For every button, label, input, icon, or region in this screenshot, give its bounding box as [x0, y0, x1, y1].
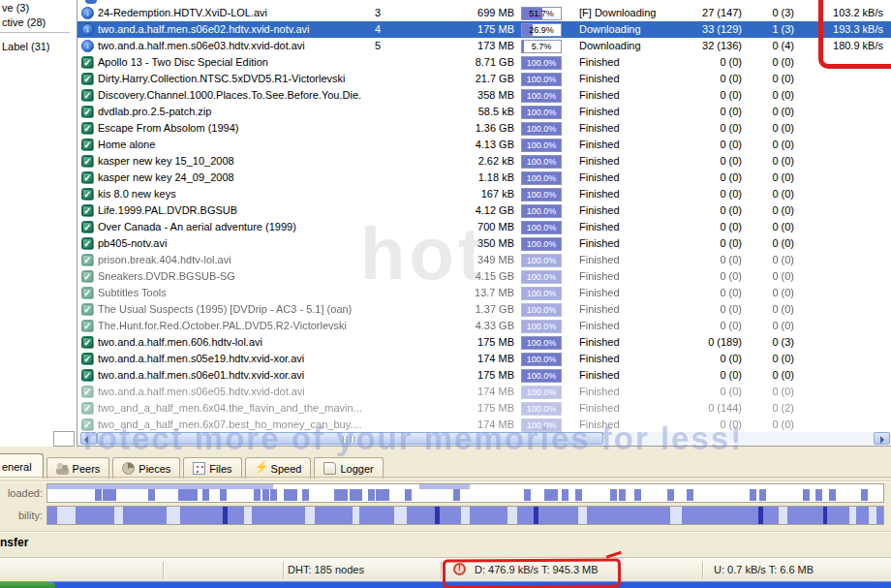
torrent-down-speed: 103.2 kB/s — [802, 5, 883, 21]
torrent-order — [353, 268, 381, 285]
statusbar-separator — [702, 562, 704, 578]
torrent-state-icon — [81, 353, 94, 365]
availability-label: bility: — [0, 510, 43, 521]
torrent-peers: 0 (0) — [752, 219, 794, 235]
torrent-row[interactable]: kasper new key 15_10_2008 2.62 kB 100.0%… — [77, 153, 891, 170]
torrent-row[interactable]: two.and.a.half.men.606.hdtv-lol.avi 175 … — [77, 334, 891, 351]
torrent-row[interactable]: Over Canada - An aerial adventure (1999)… — [77, 219, 891, 235]
scroll-left-button[interactable] — [80, 432, 97, 445]
torrent-row[interactable]: The Usual Suspects (1995) [DVDrip - AC3 … — [77, 301, 891, 318]
torrent-seeds: 0 (0) — [668, 120, 742, 137]
torrent-seeds: 0 (0) — [668, 153, 742, 170]
torrent-row[interactable]: two_and_a_half_men.6x07.best_ho_money_ca… — [77, 417, 891, 433]
progress-percent: 100.0% — [522, 387, 561, 398]
torrent-name: two.and.a.half.men.s06e01.hdtv.xvid-xor.… — [98, 367, 361, 384]
torrent-row[interactable]: two.and.a.half.men.s06e03.hdtv.xvid-dot.… — [77, 38, 891, 54]
torrent-row[interactable]: Dirty.Harry.Collection.NTSC.5xDVD5.R1-Vi… — [77, 71, 891, 87]
tab-label: Peers — [73, 463, 101, 475]
torrent-peers: 0 (0) — [752, 54, 794, 71]
torrent-seeds: 0 (0) — [668, 417, 742, 433]
torrent-peers: 0 (3) — [752, 5, 794, 21]
progress-bar: 100.0% — [521, 386, 562, 399]
sidebar-item-inactive[interactable]: ctive (28) — [2, 15, 46, 29]
dht-status: DHT: 185 nodes — [288, 563, 364, 576]
torrent-size: 175 MB — [429, 21, 514, 38]
statusbar-separator — [283, 562, 285, 578]
torrent-state-icon — [81, 188, 94, 201]
download-rate-status: D: 476.9 kB/s T: 945.3 MB — [475, 563, 599, 576]
detail-tab[interactable]: Pieces — [112, 457, 180, 479]
torrent-row[interactable]: Sneakers.DVDR.BGSUB-SG 4.15 GB 100.0% Fi… — [77, 268, 891, 285]
sidebar-item-label[interactable]: Label (31) — [2, 40, 50, 53]
torrent-size: 358 MB — [429, 87, 514, 104]
torrent-seeds: 0 (0) — [668, 235, 742, 252]
detail-tab[interactable]: Speed — [245, 457, 312, 479]
torrent-order — [353, 367, 381, 384]
torrent-state-icon — [81, 287, 94, 299]
torrent-name: two_and_a_half_men.6x07.best_ho_money_ca… — [98, 417, 361, 433]
torrent-row[interactable]: two_and_a_half_men.6x04.the_flavin_and_t… — [77, 400, 891, 417]
torrent-row[interactable]: prison.break.404.hdtv-lol.avi 349 MB 100… — [77, 252, 891, 268]
torrent-row[interactable]: 24-Redemption.HDTV.XviD-LOL.avi 3 699 MB… — [77, 5, 891, 21]
torrent-down-speed — [802, 301, 883, 318]
progress-bar: 100.0% — [521, 254, 562, 267]
partial-row-icon — [85, 0, 97, 4]
torrent-state-icon — [81, 402, 94, 415]
scroll-right-button[interactable] — [874, 432, 890, 445]
torrent-row[interactable]: kasper new key 24_09_2008 1.18 kB 100.0%… — [77, 170, 891, 186]
statusbar-separator — [163, 562, 165, 578]
horizontal-scrollbar[interactable] — [77, 432, 891, 446]
detail-tab[interactable]: Files — [183, 457, 241, 479]
torrent-order — [353, 351, 381, 367]
torrent-size: 174 MB — [429, 351, 514, 367]
sidebar-item-active[interactable]: ve (3) — [2, 1, 29, 15]
torrent-row[interactable]: Life.1999.PAL.DVDR.BGSUB 4.12 GB 100.0% … — [77, 202, 891, 219]
detail-tab[interactable]: Peers — [46, 457, 110, 479]
tab-icon — [193, 462, 205, 475]
torrent-peers: 0 (0) — [752, 170, 794, 186]
progress-bar: 51.7% — [521, 7, 562, 20]
torrent-seeds: 0 (0) — [668, 104, 742, 120]
downloaded-label: loaded: — [0, 487, 43, 499]
torrent-down-speed — [802, 384, 883, 400]
torrent-peers: 0 (2) — [752, 400, 794, 417]
progress-percent: 100.0% — [522, 255, 561, 266]
progress-bar: 100.0% — [521, 320, 562, 333]
progress-bar: 100.0% — [521, 303, 562, 317]
warning-icon — [453, 563, 466, 575]
torrent-row[interactable]: two.and.a.half.men.s05e19.hdtv.xvid-xor.… — [77, 351, 891, 367]
tab-label: Logger — [340, 463, 373, 475]
torrent-seeds: 0 (0) — [668, 137, 742, 153]
torrent-seeds: 0 (0) — [668, 71, 742, 87]
torrent-row[interactable]: kis 8.0 new keys 167 kB 100.0% Finished … — [77, 186, 891, 202]
detail-tab[interactable]: Logger — [314, 457, 383, 479]
torrent-size: 700 MB — [429, 219, 514, 235]
torrent-row[interactable]: two.and.a.half.men.s06e02.hdtv.xvid-notv… — [77, 21, 891, 38]
scrollbar-thumb[interactable] — [97, 432, 603, 445]
torrent-row[interactable]: Discovery.Channel.1000.Places.To.See.Bef… — [77, 87, 891, 104]
torrent-order — [353, 170, 381, 186]
start-button[interactable] — [0, 582, 55, 588]
torrent-row[interactable]: pb405-notv.avi 350 MB 100.0% Finished 0 … — [77, 235, 891, 252]
detail-tab[interactable]: eneral — [0, 453, 44, 479]
torrent-row[interactable]: two.and.a.half.men.s06e01.hdtv.xvid-xor.… — [77, 367, 891, 384]
torrent-state-icon — [81, 221, 94, 233]
torrent-row[interactable]: Apollo 13 - Two Disc Special Edition 8.7… — [77, 54, 891, 71]
progress-bar: 100.0% — [521, 89, 562, 103]
torrent-row[interactable]: two.and.a.half.men.s06e05.hdtv.xvid-dot.… — [77, 384, 891, 400]
torrent-row[interactable]: Home alone 4.13 GB 100.0% Finished 0 (0)… — [77, 137, 891, 153]
torrent-name: Sneakers.DVDR.BGSUB-SG — [98, 268, 361, 285]
torrent-down-speed — [802, 417, 883, 433]
torrent-name: Apollo 13 - Two Disc Special Edition — [98, 54, 361, 71]
torrent-down-speed — [802, 120, 883, 137]
sidebar-corner — [53, 431, 75, 447]
torrent-row[interactable]: Subtitles Tools 13.7 MB 100.0% Finished … — [77, 285, 891, 301]
torrent-row[interactable]: The.Hunt.for.Red.October.PAL.DVD5.R2-Vic… — [77, 318, 891, 334]
torrent-size: 174 MB — [429, 417, 514, 433]
torrent-row[interactable]: Escape From Absolom (1994) 1.36 GB 100.0… — [77, 120, 891, 137]
torrent-size: 349 MB — [429, 252, 514, 268]
torrent-state-icon — [81, 171, 94, 184]
torrent-name: two.and.a.half.men.s06e05.hdtv.xvid-dot.… — [98, 384, 361, 400]
torrent-row[interactable]: dvdlab.pro.2.5-patch.zip 58.5 kB 100.0% … — [77, 104, 891, 120]
torrent-order — [353, 301, 381, 318]
